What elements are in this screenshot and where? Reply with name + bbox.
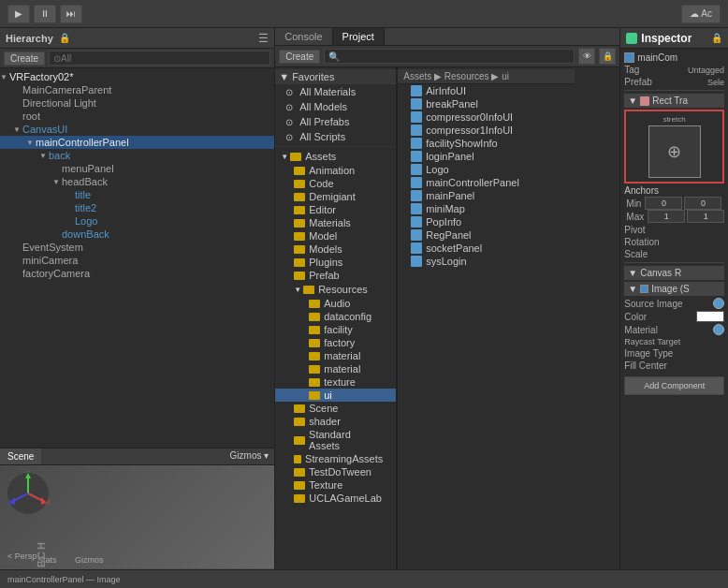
color-picker[interactable]	[696, 311, 724, 322]
hierarchy-item-factorycamera[interactable]: factoryCamera	[0, 267, 274, 280]
file-item-socket[interactable]: socketPanel	[398, 242, 575, 255]
console-tab[interactable]: Console	[275, 28, 332, 45]
folder-item-factory[interactable]: factory	[275, 336, 396, 349]
pause-button[interactable]: ⏸	[34, 5, 56, 23]
hierarchy-item-maincontrollerpanel[interactable]: ▼ mainControllerPanel	[0, 136, 274, 149]
hierarchy-item-label: Directional Light	[22, 97, 96, 109]
folder-item-facility[interactable]: facility	[275, 323, 396, 336]
image-active-checkbox[interactable]	[640, 285, 648, 293]
file-item-syslogin[interactable]: sysLogin	[398, 255, 575, 268]
hierarchy-item-back[interactable]: ▼ back	[0, 149, 274, 162]
hierarchy-search-input[interactable]	[49, 51, 270, 66]
hierarchy-item-vrfactory[interactable]: ▼ VRFactory02*	[0, 70, 274, 83]
file-item-facilityshow[interactable]: facilityShowInfo	[398, 137, 575, 150]
material-picker[interactable]	[713, 324, 724, 335]
folder-item-plugins[interactable]: Plugins	[275, 256, 396, 269]
file-item-mainpanel[interactable]: mainPanel	[398, 189, 575, 202]
favorites-item-allscripts[interactable]: ⊙ All Scripts	[275, 129, 396, 144]
hierarchy-item-eventsystem[interactable]: EventSystem	[0, 241, 274, 254]
file-item-minimap[interactable]: miniMap	[398, 202, 575, 215]
hierarchy-item-downback[interactable]: downBack	[0, 228, 274, 241]
anchor-max-x-input[interactable]	[648, 210, 685, 223]
folder-item-editor[interactable]: Editor	[275, 203, 396, 216]
folder-item-texture2[interactable]: Texture	[275, 478, 396, 492]
folder-item-resources[interactable]: ▼ Resources	[275, 282, 396, 297]
hierarchy-item-logo[interactable]: Logo	[0, 214, 274, 228]
folder-item-demigiant[interactable]: Demigiant	[275, 190, 396, 203]
project-eye-button[interactable]: 👁	[578, 48, 595, 65]
file-item-airinfo[interactable]: AirInfoUI	[398, 84, 575, 97]
gizmos-button[interactable]: Gizmos ▾	[225, 448, 275, 464]
favorites-item-allmaterials[interactable]: ⊙ All Materials	[275, 84, 396, 99]
folder-item-model[interactable]: Model	[275, 229, 396, 243]
folder-item-testdotween[interactable]: TestDoTween	[275, 465, 396, 478]
folder-item-shader[interactable]: shader	[275, 415, 396, 428]
hierarchy-item-title2[interactable]: title2	[0, 201, 274, 214]
anchor-grid: stretch ⊕	[630, 115, 719, 178]
folder-item-material[interactable]: material	[275, 349, 396, 362]
hierarchy-item-canvasui[interactable]: ▼ CanvasUI	[0, 123, 274, 136]
hierarchy-item-minicamera[interactable]: miniCamera	[0, 254, 274, 267]
favorites-item-allprefabs[interactable]: ⊙ All Prefabs	[275, 114, 396, 129]
folder-item-animation[interactable]: Animation	[275, 164, 396, 177]
hierarchy-item-title[interactable]: title	[0, 188, 274, 201]
file-item-login[interactable]: loginPanel	[398, 150, 575, 163]
folder-item-code[interactable]: Code	[275, 177, 396, 190]
folder-item-ui[interactable]: ui	[275, 389, 396, 402]
folder-item-streaming[interactable]: StreamingAssets	[275, 452, 396, 465]
folder-item-audio[interactable]: Audio	[275, 297, 396, 310]
expand-arrow: ▼	[628, 284, 637, 294]
folder-icon	[294, 232, 305, 241]
rect-transform-section[interactable]: ▼ Rect Tra	[624, 94, 724, 108]
file-item-break[interactable]: breakPanel	[398, 97, 575, 110]
project-lock-button[interactable]: 🔒	[599, 48, 616, 65]
file-icon	[411, 98, 422, 110]
scene-tab[interactable]: Scene	[0, 448, 41, 464]
image-section[interactable]: ▼ Image (S	[624, 282, 724, 296]
color-label: Color	[624, 312, 647, 322]
folder-item-scene[interactable]: Scene	[275, 402, 396, 415]
play-button[interactable]: ▶	[7, 5, 30, 23]
folder-label: UCLAGameLab	[309, 492, 382, 504]
cloud-button[interactable]: ☁ Ac	[681, 5, 721, 23]
folder-item-dataconfig[interactable]: dataconfig	[275, 310, 396, 323]
assets-folder-assets[interactable]: ▼ Assets	[275, 149, 396, 164]
add-component-button[interactable]: Add Component	[624, 376, 724, 395]
project-tab[interactable]: Project	[333, 28, 385, 45]
folder-item-others[interactable]: material	[275, 362, 396, 375]
file-label: AirInfoUI	[426, 85, 466, 96]
step-button[interactable]: ⏭	[60, 5, 82, 23]
anchor-max-y-input[interactable]	[687, 210, 724, 223]
folder-item-models[interactable]: Models	[275, 243, 396, 256]
file-item-logo[interactable]: Logo	[398, 163, 575, 176]
folder-item-texture[interactable]: texture	[275, 375, 396, 389]
project-search-input[interactable]	[324, 49, 575, 64]
anchor-min-y-input[interactable]	[684, 197, 721, 210]
folder-item-standard-assets[interactable]: Standard Assets	[275, 428, 396, 452]
active-checkbox[interactable]	[624, 52, 634, 63]
hierarchy-item-headback[interactable]: ▼ headBack	[0, 175, 274, 188]
hierarchy-item-label: Logo	[75, 215, 97, 227]
hierarchy-item-maincamera[interactable]: MainCameraParent	[0, 83, 274, 96]
hierarchy-item-label: downBack	[62, 228, 109, 240]
folder-item-prefab[interactable]: Prefab	[275, 269, 396, 282]
project-create-button[interactable]: Create	[279, 50, 320, 64]
hierarchy-item-menupanel[interactable]: menuPanel	[0, 162, 274, 175]
hierarchy-item-root[interactable]: root	[0, 110, 274, 123]
source-image-picker[interactable]	[713, 298, 724, 309]
file-item-compressor0[interactable]: compressor0InfoUI	[398, 110, 575, 124]
hierarchy-item-dirlight[interactable]: Directional Light	[0, 96, 274, 110]
file-item-reg[interactable]: RegPanel	[398, 228, 575, 242]
canvas-section[interactable]: ▼ Canvas R	[624, 266, 724, 280]
file-item-popinfo[interactable]: PopInfo	[398, 215, 575, 228]
anchor-min-x-input[interactable]	[645, 197, 682, 210]
file-item-maincontroller[interactable]: mainControllerPanel	[398, 176, 575, 189]
select-label: Sele	[707, 78, 724, 87]
folder-item-uclagamelab[interactable]: UCLAGameLab	[275, 492, 396, 505]
file-icon	[411, 229, 422, 241]
hierarchy-create-button[interactable]: Create	[4, 51, 45, 66]
anchor-box[interactable]: ⊕	[648, 125, 701, 178]
file-item-compressor1[interactable]: compressor1InfoUI	[398, 124, 575, 137]
favorites-item-allmodels[interactable]: ⊙ All Models	[275, 99, 396, 114]
folder-item-materials[interactable]: Materials	[275, 216, 396, 229]
